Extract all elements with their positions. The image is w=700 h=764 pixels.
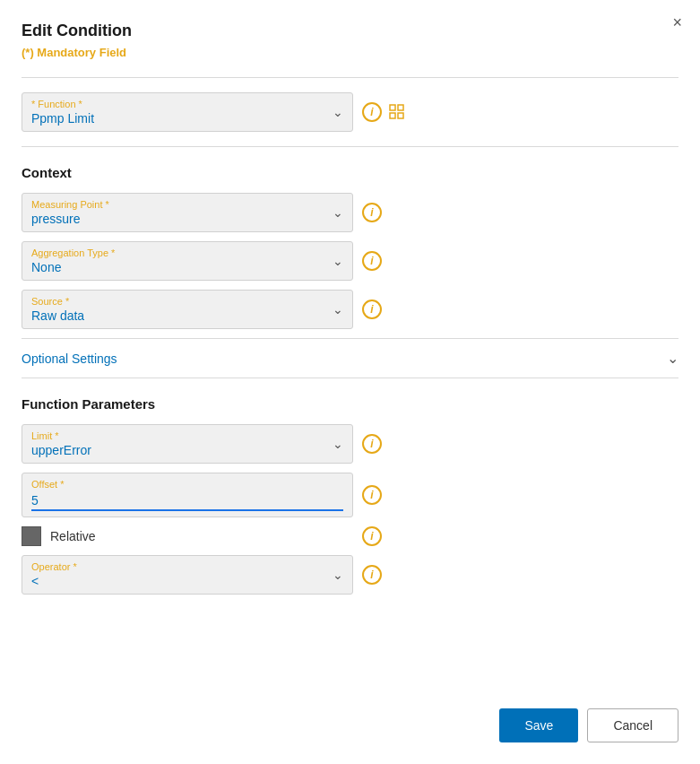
relative-checkbox[interactable] (22, 526, 41, 546)
divider-1 (22, 77, 678, 78)
optional-chevron-icon: ⌄ (667, 350, 678, 367)
aggregation-type-row: Aggregation Type * None ⌄ i (22, 241, 678, 281)
source-label: Source * (31, 296, 327, 307)
context-section: Context Measuring Point * pressure ⌄ i A… (22, 165, 678, 329)
function-parameters-section: Function Parameters Limit * upperError ⌄… (22, 396, 678, 595)
source-select[interactable]: Source * Raw data ⌄ (22, 290, 353, 329)
function-icons: i (362, 102, 407, 122)
aggregation-type-info-icon[interactable]: i (362, 251, 382, 271)
offset-container: Offset * (22, 473, 353, 517)
source-row: Source * Raw data ⌄ i (22, 290, 678, 329)
optional-settings-bar[interactable]: Optional Settings ⌄ (22, 338, 678, 378)
relative-label: Relative (50, 529, 96, 543)
measuring-point-chevron-icon: ⌄ (333, 205, 343, 220)
limit-chevron-icon: ⌄ (333, 437, 343, 451)
svg-rect-0 (390, 105, 395, 110)
aggregation-type-chevron-icon: ⌄ (333, 254, 343, 268)
measuring-point-info-icon[interactable]: i (362, 203, 382, 222)
offset-label: Offset * (31, 479, 343, 490)
offset-info-icon[interactable]: i (362, 485, 382, 505)
limit-label: Limit * (31, 430, 327, 441)
function-info-icon[interactable]: i (362, 102, 382, 122)
function-grid-icon[interactable] (387, 102, 407, 122)
cancel-button[interactable]: Cancel (587, 708, 678, 742)
function-value: Ppmp Limit (31, 111, 327, 126)
relative-info-icon[interactable]: i (362, 526, 382, 546)
function-label: * Function * (31, 99, 327, 109)
source-value: Raw data (31, 308, 327, 323)
limit-info-icon[interactable]: i (362, 434, 382, 454)
aggregation-type-select[interactable]: Aggregation Type * None ⌄ (22, 241, 353, 281)
edit-condition-dialog: × Edit Condition (*) Mandatory Field * F… (0, 0, 700, 764)
operator-chevron-icon: ⌄ (333, 568, 343, 582)
function-select[interactable]: * Function * Ppmp Limit ⌄ (22, 92, 353, 132)
source-info-icon[interactable]: i (362, 300, 382, 319)
limit-row: Limit * upperError ⌄ i (22, 424, 678, 464)
operator-value: < (31, 574, 327, 588)
mandatory-asterisk: (*) (22, 46, 37, 59)
dialog-title: Edit Condition (22, 22, 678, 40)
aggregation-type-value: None (31, 260, 327, 274)
measuring-point-select[interactable]: Measuring Point * pressure ⌄ (22, 193, 353, 232)
optional-settings-label: Optional Settings (22, 352, 117, 366)
function-required-marker: * (31, 99, 35, 109)
mandatory-note: (*) Mandatory Field (22, 46, 678, 59)
context-title: Context (22, 165, 678, 180)
function-field-row: * Function * Ppmp Limit ⌄ i (22, 92, 678, 132)
measuring-point-row: Measuring Point * pressure ⌄ i (22, 193, 678, 232)
limit-value: upperError (31, 443, 327, 457)
operator-label: Operator * (31, 561, 327, 572)
relative-row: Relative i (22, 526, 678, 546)
close-button[interactable]: × (672, 14, 682, 30)
operator-row: Operator * < ⌄ i (22, 555, 678, 595)
svg-rect-1 (398, 105, 403, 110)
function-chevron-icon: ⌄ (333, 105, 343, 119)
measuring-point-label: Measuring Point * (31, 199, 327, 210)
svg-rect-2 (390, 113, 395, 118)
divider-2 (22, 146, 678, 147)
measuring-point-value: pressure (31, 212, 327, 226)
relative-checkbox-wrapper: Relative (22, 526, 353, 546)
aggregation-type-label: Aggregation Type * (31, 247, 327, 258)
limit-select[interactable]: Limit * upperError ⌄ (22, 424, 353, 464)
source-chevron-icon: ⌄ (333, 302, 343, 317)
footer-buttons: Save Cancel (499, 708, 678, 742)
function-parameters-title: Function Parameters (22, 396, 678, 412)
offset-row: Offset * i (22, 473, 678, 517)
operator-info-icon[interactable]: i (362, 565, 382, 585)
offset-input[interactable] (31, 491, 343, 511)
save-button[interactable]: Save (499, 708, 578, 742)
svg-rect-3 (398, 113, 403, 118)
operator-select[interactable]: Operator * < ⌄ (22, 555, 353, 595)
